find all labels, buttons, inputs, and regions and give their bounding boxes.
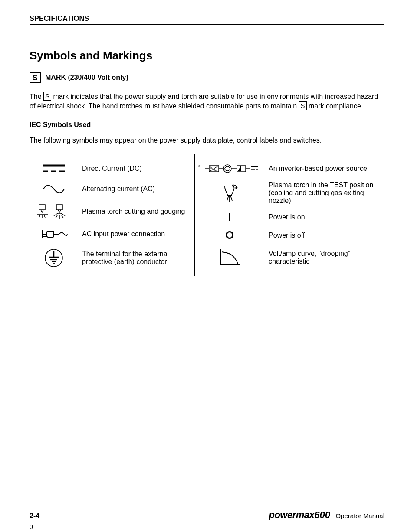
- table-row: Power is on: [269, 208, 381, 226]
- plasma-cutting-gouging-icon: [36, 200, 71, 223]
- glyph-O: O: [225, 228, 234, 242]
- label: AC input power connection: [82, 230, 165, 238]
- label: Volt/amp curve, "drooping" characteristi…: [269, 250, 381, 265]
- table-row: Plasma torch in the TEST position (cooli…: [269, 178, 381, 208]
- svg-line-8: [44, 215, 45, 218]
- brand-model: 600: [314, 509, 330, 520]
- text: mark compliance.: [309, 102, 363, 110]
- smark-paragraph: The S mark indicates that the power supp…: [30, 92, 384, 111]
- power-off-icon: O: [225, 226, 234, 245]
- svg-rect-17: [47, 231, 54, 237]
- iec-paragraph: The following symbols may appear on the …: [30, 136, 384, 145]
- glyph-I: I: [228, 210, 231, 224]
- label: Plasma torch in the TEST position (cooli…: [269, 181, 381, 205]
- inverter-icon: 3~ f₁ f₂: [197, 160, 262, 178]
- left-icon-column: [30, 154, 78, 276]
- page-number: 2-4: [30, 512, 39, 520]
- torch-test-icon: [219, 178, 240, 208]
- smark-heading: S MARK (230/400 Volt only): [30, 72, 384, 83]
- svg-text:f₂: f₂: [214, 168, 217, 171]
- svg-line-12: [62, 215, 63, 218]
- dc-icon: [42, 160, 66, 178]
- brand-name: powermax: [269, 509, 314, 520]
- svg-text:f₁: f₁: [210, 166, 213, 169]
- smark-heading-text: MARK (230/400 Volt only): [45, 74, 128, 82]
- label: Direct Current (DC): [82, 165, 142, 173]
- running-header: SPECIFICATIONS: [30, 15, 384, 23]
- earth-ground-icon: [44, 245, 63, 271]
- power-on-icon: I: [228, 208, 231, 226]
- label: Power is off: [269, 232, 305, 239]
- manual-label: Operator Manual: [335, 512, 384, 519]
- ac-icon: [42, 178, 66, 200]
- drooping-curve-icon: [217, 245, 242, 271]
- table-row: Alternating current (AC): [82, 178, 190, 200]
- symbol-table: Direct Current (DC) Alternating current …: [30, 154, 385, 276]
- header-rule: [30, 24, 384, 25]
- table-row: The terminal for the external protective…: [82, 245, 190, 271]
- svg-rect-4: [39, 205, 45, 210]
- svg-text:3~: 3~: [198, 164, 202, 168]
- right-text-column: An inverter-based power source Plasma to…: [264, 154, 385, 276]
- table-row: Direct Current (DC): [82, 160, 190, 178]
- table-row: Power is off: [269, 226, 381, 245]
- label: Plasma torch cutting and gouging: [82, 208, 185, 215]
- svg-line-7: [39, 215, 40, 218]
- table-row: AC input power connection: [82, 223, 190, 245]
- stray-char: 0: [30, 523, 33, 530]
- label: An inverter-based power source: [269, 165, 367, 173]
- label: The terminal for the external protective…: [82, 250, 190, 266]
- page-title: Symbols and Markings: [30, 49, 384, 62]
- text: have shielded consumable parts to mainta…: [161, 102, 299, 110]
- svg-line-11: [56, 215, 57, 218]
- left-text-column: Direct Current (DC) Alternating current …: [78, 154, 195, 276]
- text-underlined: must: [145, 102, 160, 110]
- text: The: [30, 93, 43, 100]
- table-row: Volt/amp curve, "drooping" characteristi…: [269, 245, 381, 271]
- footer-brand-block: powermax600 Operator Manual: [269, 509, 384, 521]
- table-row: Plasma torch cutting and gouging: [82, 200, 190, 223]
- page-footer: 2-4 powermax600 Operator Manual: [30, 505, 384, 521]
- iec-heading: IEC Symbols Used: [30, 121, 384, 129]
- boxed-s-inline-icon: S: [43, 92, 51, 101]
- label: Alternating current (AC): [82, 185, 155, 193]
- svg-rect-9: [56, 205, 62, 210]
- right-icon-column: 3~ f₁ f₂: [195, 154, 264, 276]
- ac-input-plug-icon: [40, 223, 68, 245]
- label: Power is on: [269, 213, 305, 221]
- boxed-s-icon: S: [30, 72, 41, 83]
- boxed-s-inline-icon: S: [299, 101, 307, 110]
- table-row: An inverter-based power source: [269, 160, 381, 178]
